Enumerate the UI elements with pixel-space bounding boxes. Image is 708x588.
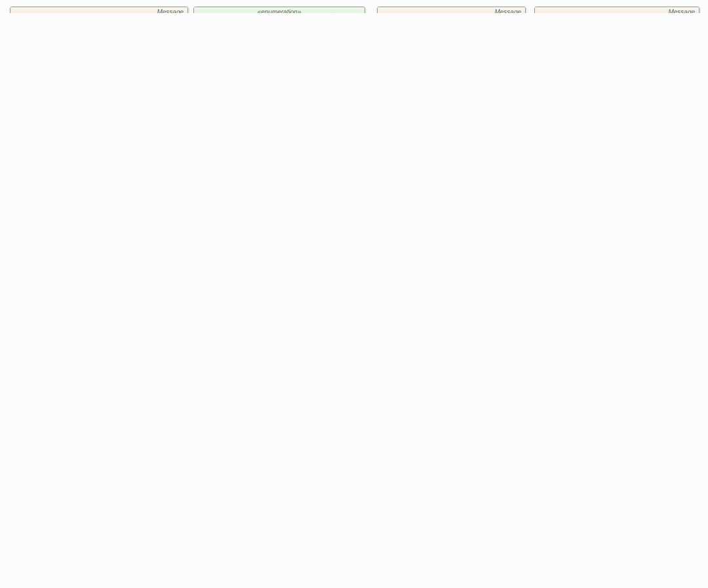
class-box-object[interactable]: MessageObject+classConfidence: double+ex…: [10, 7, 188, 13]
class-box-trafficsign[interactable]: MessageTrafficSign+box: nano.Common.Poly…: [377, 7, 526, 13]
class-header: MessageObject: [10, 7, 187, 13]
class-box-objectype[interactable]: «enumeration»OBJECTYPEAttributes+Pedestr…: [193, 7, 365, 13]
stereotype-label: Message: [382, 9, 521, 13]
stereotype-label: Message: [539, 9, 695, 13]
stereotype-label: «enumeration»: [198, 9, 361, 13]
class-box-trafficlight[interactable]: MessageTrafficLight+BLACK: int = 3 {read…: [534, 7, 699, 13]
stereotype-label: Message: [14, 9, 184, 13]
class-header: «enumeration»OBJECTYPE: [194, 7, 364, 13]
class-header: MessageTrafficLight: [535, 7, 699, 13]
class-header: MessageTrafficSign: [378, 7, 525, 13]
